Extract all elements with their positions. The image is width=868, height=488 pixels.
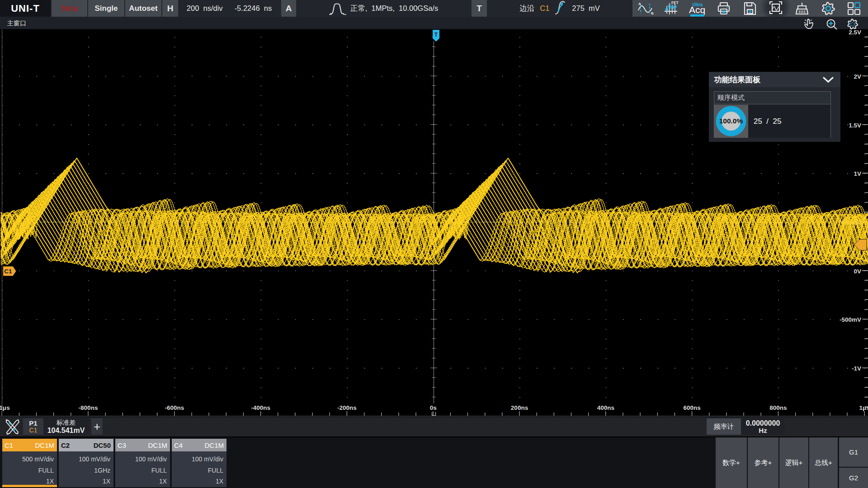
svg-text:2.5V: 2.5V (849, 29, 861, 36)
svg-text:100.0%: 100.0% (719, 117, 743, 125)
svg-text:1.5V: 1.5V (849, 122, 861, 129)
svg-text:0s: 0s (430, 404, 437, 411)
svg-text:1μs: 1μs (0, 404, 10, 411)
svg-text:-800ns: -800ns (79, 404, 98, 411)
svg-text:-500mV: -500mV (840, 316, 861, 323)
svg-text:T: T (434, 31, 438, 38)
svg-text:FFT: FFT (671, 0, 679, 5)
svg-text:-200ns: -200ns (337, 404, 357, 411)
svg-text:200ns: 200ns (511, 404, 528, 411)
svg-text:1V: 1V (854, 170, 861, 177)
svg-text:B: B (651, 11, 654, 15)
svg-text:0V: 0V (854, 268, 861, 275)
svg-text:A: A (638, 2, 641, 6)
svg-text:C1: C1 (4, 268, 12, 275)
svg-text:2V: 2V (854, 73, 861, 80)
svg-text:-400ns: -400ns (251, 404, 270, 411)
svg-text:-1V: -1V (852, 365, 861, 372)
svg-text:800ns: 800ns (769, 404, 787, 411)
svg-text:-600ns: -600ns (165, 404, 184, 411)
svg-text:600ns: 600ns (683, 404, 700, 411)
svg-text:400ns: 400ns (597, 404, 614, 411)
svg-text:Acq: Acq (689, 5, 705, 15)
svg-text:1μs: 1μs (859, 404, 868, 411)
